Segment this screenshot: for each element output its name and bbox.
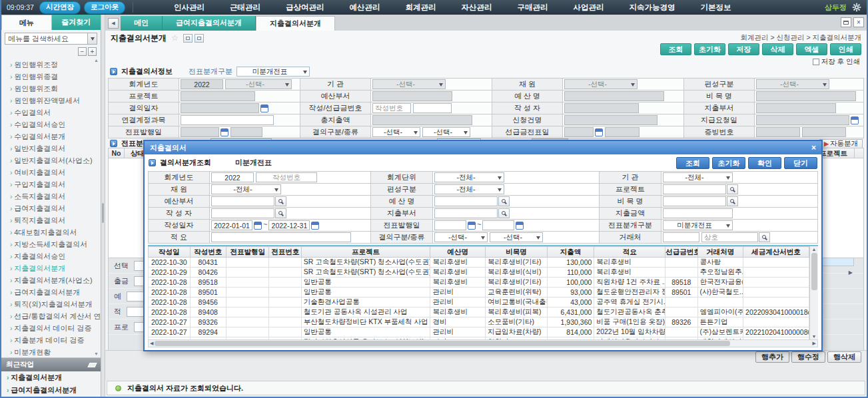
sidebar-item[interactable]: ›급여지출결의서 xyxy=(10,202,101,214)
writer-field[interactable] xyxy=(211,208,274,218)
top-menu-item[interactable]: 지속가능경영 xyxy=(629,3,675,13)
evidence-no-field[interactable] xyxy=(756,127,800,137)
decision-date-field[interactable] xyxy=(181,103,259,113)
sidebar-item[interactable]: ›지출결의서분개(사업소) xyxy=(10,274,101,286)
extend-time-button[interactable]: 시간연장 xyxy=(39,1,81,14)
toolbar-button-초기화[interactable]: 초기화 xyxy=(694,43,725,55)
grid-column-header[interactable]: No xyxy=(109,148,125,158)
grid-row[interactable]: 2022-10-2980426 SR 고속철도차량(SRT) 청소사업(수도권)… xyxy=(149,268,809,278)
evidence-no-field2[interactable] xyxy=(802,127,846,137)
fiscal-year-field[interactable]: 2022 xyxy=(181,79,223,89)
grid-column-header[interactable]: 작성일 xyxy=(149,247,191,258)
org-type-select[interactable]: -전체- xyxy=(434,184,504,194)
search-icon[interactable] xyxy=(498,208,510,218)
grid-column-header[interactable]: 적요 xyxy=(594,247,665,258)
search-icon[interactable] xyxy=(275,208,286,218)
sidebar-item[interactable]: ›일반지출결의서 xyxy=(10,142,101,154)
scroll-right-icon[interactable]: ▶ xyxy=(849,270,853,276)
sidebar-item[interactable]: ›4대보험지출결의서 xyxy=(10,226,101,238)
item-name-field[interactable] xyxy=(756,91,856,101)
grid-column-header[interactable]: 세금계산서번호 xyxy=(743,247,809,258)
slip-date-to-field[interactable] xyxy=(482,220,514,230)
linked-account-field[interactable] xyxy=(181,115,274,125)
doc-no-field[interactable]: 작성번호 xyxy=(372,103,411,113)
toolbar-button-조회[interactable]: 조회 xyxy=(660,43,691,55)
sidebar-item[interactable]: ›여비지출결의서 xyxy=(10,166,101,178)
agency-select[interactable]: -선택- xyxy=(372,79,446,89)
org-type-select[interactable]: -선택- xyxy=(756,79,829,89)
tab-salary-journal[interactable]: 급여지출결의서분개 xyxy=(163,16,256,31)
sidebar-item[interactable]: ›퇴직(외)지출결의서분개 xyxy=(10,298,101,310)
sidebar-item[interactable]: ›지출분개 데이터 검증 xyxy=(10,334,101,346)
scrollbar-thumb[interactable] xyxy=(155,341,729,346)
top-menu-item[interactable]: 인사관리 xyxy=(174,3,205,13)
writer-field[interactable] xyxy=(564,103,639,113)
spend-dept-field[interactable] xyxy=(756,103,836,113)
advance-slip-date-field[interactable] xyxy=(564,127,594,137)
sidebar-item[interactable]: ›원인행위잔액명세서 xyxy=(10,95,101,106)
top-menu-item[interactable]: 기본정보 xyxy=(700,3,731,13)
sidebar-item[interactable]: ›원인행위종결 xyxy=(10,71,101,83)
logout-button[interactable]: 로그아웃 xyxy=(84,1,125,14)
calendar-icon[interactable] xyxy=(311,222,319,230)
request-title-field[interactable] xyxy=(564,115,657,125)
scroll-up-icon[interactable]: ▲ xyxy=(94,58,99,63)
print-after-save-checkbox[interactable] xyxy=(813,59,819,65)
horizontal-scrollbar[interactable]: ◀ ▶ xyxy=(148,339,818,347)
fund-select[interactable]: -전체- xyxy=(211,184,281,194)
scroll-up-icon[interactable]: ▲ xyxy=(812,247,817,252)
sidebar-item[interactable]: ›수입결의서승인 xyxy=(10,118,101,130)
item-name-field[interactable] xyxy=(663,196,726,206)
grid-column-header[interactable]: 작성번호 xyxy=(190,247,226,258)
tab-main[interactable]: 메인 xyxy=(121,16,163,31)
advance-no-field[interactable] xyxy=(413,103,452,113)
advance-slip-no-field[interactable] xyxy=(605,127,640,137)
grid-row[interactable]: 2022-10-2789326 부산철도차량정비단 KTX 부품세척 사업경비소… xyxy=(149,317,809,327)
sidebar-item[interactable]: ›수입결의서분개 xyxy=(10,130,101,142)
dialog-button-초기화[interactable]: 초기화 xyxy=(712,157,745,169)
project-field[interactable] xyxy=(663,184,726,194)
grid-column-header[interactable]: 지출액 xyxy=(547,247,594,258)
search-icon[interactable] xyxy=(759,232,770,242)
toolbar-button-저장[interactable]: 저장 xyxy=(728,43,759,55)
slip-issue-no-field[interactable] xyxy=(230,127,262,137)
top-menu-item[interactable]: 구매관리 xyxy=(517,3,548,13)
grid-row[interactable]: 2022-10-2889518 일반공통복리후생비복리후생비(기타)100,00… xyxy=(149,278,809,288)
bottom-form-field[interactable] xyxy=(127,307,144,317)
spend-dept-field[interactable] xyxy=(434,208,498,218)
toolbar-button-엑셀[interactable]: 엑셀 xyxy=(796,43,827,55)
grid-row[interactable]: 2022-10-2889408 철도기관 공동사옥 시설관리 사업복리후생비복리… xyxy=(149,307,809,317)
total-amount-field[interactable] xyxy=(372,115,472,125)
expand-all-button[interactable]: + xyxy=(88,47,97,56)
bottom-form-field[interactable] xyxy=(127,292,144,301)
tab-expense-journal[interactable]: 지출결의서분개 xyxy=(256,16,335,31)
scroll-left-icon[interactable]: ◀ xyxy=(150,341,153,346)
calendar-icon[interactable] xyxy=(595,128,603,136)
grid-column-header[interactable]: 전표번호 xyxy=(269,247,301,258)
search-icon[interactable] xyxy=(275,196,286,206)
collapse-all-button[interactable]: − xyxy=(78,47,87,56)
sidebar-item[interactable]: ›일반지출결의서(사업소) xyxy=(10,154,101,166)
date-from-field[interactable]: 2022-01-01 xyxy=(211,220,252,230)
dialog-button-닫기[interactable]: 닫기 xyxy=(784,157,817,169)
menu-search-input[interactable]: 메뉴를 검색하세요 xyxy=(5,33,97,45)
sidebar-item[interactable]: ›원인행위조정 xyxy=(10,59,101,71)
favorite-star-icon[interactable]: ☆ xyxy=(171,33,179,43)
sidebar-item[interactable]: ›원인행위조회 xyxy=(10,83,101,95)
fund-select[interactable]: -선택- xyxy=(564,79,638,89)
selected-row-fragment[interactable] xyxy=(819,258,854,266)
tab-scroll-left-button[interactable]: ◀ xyxy=(108,18,119,29)
screen-capture-icon[interactable] xyxy=(183,34,193,43)
scroll-right-icon[interactable]: ▶ xyxy=(813,341,816,346)
decision-type-select[interactable]: -선택- xyxy=(434,232,488,242)
grid-column-header[interactable]: 선급금번호 xyxy=(665,247,697,258)
sidebar-item[interactable]: ›선급/통합결의서 계산서 연 xyxy=(10,310,101,322)
search-icon[interactable] xyxy=(727,196,738,206)
slip-type-select[interactable]: 미분개전표 xyxy=(663,220,733,230)
date-to-field[interactable]: 2022-12-31 xyxy=(268,220,310,230)
budget-dept-field[interactable] xyxy=(372,91,452,101)
dialog-title-bar[interactable]: 지출결의서 × xyxy=(145,141,821,154)
eraser-icon[interactable] xyxy=(87,363,97,367)
toolbar-button-인쇄[interactable]: 인쇄 xyxy=(830,43,861,55)
chevron-down-icon[interactable] xyxy=(87,33,97,44)
